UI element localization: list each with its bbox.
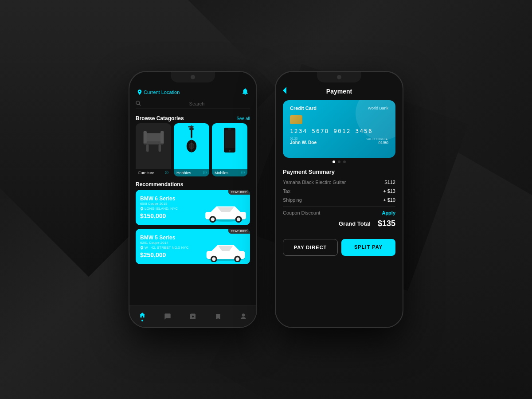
ps-coupon-row: Coupon Discount Apply — [283, 210, 395, 215]
rec-name-2: BMW 5 Series — [140, 235, 246, 241]
furniture-label: Furniture ⓘ — [136, 169, 171, 176]
category-mobiles[interactable]: Mobiles ⓘ — [212, 123, 247, 176]
back-button[interactable] — [283, 87, 287, 96]
rec-location-2: W - 42, STREET NO.5 NYC — [140, 246, 246, 250]
mobiles-label: Mobiles ⓘ — [212, 169, 247, 176]
nav-profile[interactable] — [240, 313, 247, 320]
rec-info-2: BMW 5 Series 6201 Coupe 2014 W - 42, STR… — [140, 235, 246, 258]
furniture-image — [136, 123, 171, 159]
ps-divider — [283, 206, 395, 207]
cc-expiry-block: 01.23 John W. Doe — [290, 137, 317, 145]
rec-location-text-2: W - 42, STREET NO.5 NYC — [145, 246, 188, 250]
valid-thru-label: VALID THRU ► — [366, 137, 388, 141]
mobile-phone-icon — [223, 128, 236, 154]
rec-location-text-1: LONG ISLAND, NYC — [145, 207, 178, 211]
category-furniture[interactable]: Furniture ⓘ — [136, 123, 171, 176]
recommendation-card-1[interactable]: FEATURED BMW 6 Series 650I Coupe 2015 LO… — [136, 190, 250, 225]
valid-thru-value: 01/80 — [366, 141, 388, 145]
cc-footer: 01.23 John W. Doe VALID THRU ► 01/80 — [290, 137, 388, 145]
phones-container: Current Location Search — [129, 71, 403, 328]
rec-price-2: $250,000 — [140, 251, 246, 258]
ps-item-guitar: Yamaha Black Electirc Guitar $112 — [283, 180, 395, 185]
svg-rect-12 — [189, 128, 193, 130]
svg-point-16 — [192, 126, 194, 128]
nav-camera[interactable] — [189, 313, 196, 320]
grand-total-label: Grand Total — [339, 220, 371, 227]
bell-icon[interactable] — [242, 88, 248, 96]
ps-item-shipping: Shipping + $10 — [283, 197, 395, 203]
featured-badge-1: FEATURED — [228, 190, 250, 195]
dot-2 — [338, 160, 340, 163]
credit-card: Credit Card World Bank 1234 5678 9012 34… — [283, 100, 395, 158]
see-all-link[interactable]: See all — [236, 116, 250, 121]
cc-expiry-label: 01.23 — [290, 137, 317, 140]
card-indicator-dots — [276, 160, 403, 163]
categories-row: Furniture ⓘ — [129, 123, 256, 176]
featured-badge-2: FEATURED — [228, 229, 250, 234]
ps-shipping-label: Shipping — [283, 197, 302, 203]
svg-rect-5 — [158, 144, 161, 152]
svg-rect-4 — [146, 144, 149, 152]
coupon-apply-button[interactable]: Apply — [382, 210, 395, 215]
svg-line-1 — [139, 104, 141, 106]
browse-categories-header: Browse Catagories See all — [129, 112, 256, 123]
rec-sub-1: 650I Coupe 2015 — [140, 202, 246, 206]
phone-1-screen: Current Location Search — [129, 72, 256, 327]
svg-rect-7 — [160, 131, 164, 143]
cc-valid-block: VALID THRU ► 01/80 — [366, 137, 388, 145]
rec-location-1: LONG ISLAND, NYC — [140, 207, 246, 211]
mobiles-image — [212, 123, 247, 159]
rec-name-1: BMW 6 Series — [140, 196, 246, 202]
recommendations-header: Recommendations — [129, 176, 256, 190]
hobbies-image — [174, 123, 209, 159]
cc-header: Credit Card World Bank — [290, 106, 388, 111]
phone-1: Current Location Search — [129, 71, 257, 328]
search-placeholder: Search — [144, 101, 250, 106]
cc-cardholder-name: John W. Doe — [290, 140, 317, 145]
phone-2-screen: Payment Credit Card World Bank 1234 5678… — [276, 72, 403, 327]
nav-home-dot — [141, 320, 143, 321]
payment-title: Payment — [326, 88, 352, 95]
payment-summary-title: Payment Summary — [283, 168, 395, 175]
bottom-nav — [129, 305, 256, 327]
rec-sub-2: 6201 Coupe 2014 — [140, 241, 246, 245]
ps-guitar-value: $112 — [385, 180, 395, 185]
payment-header: Payment — [276, 84, 403, 98]
cc-chip — [290, 115, 302, 124]
svg-point-20 — [229, 150, 231, 152]
grand-total-row: Grand Total $135 — [283, 219, 395, 228]
split-pay-button[interactable]: SPLIT PAY — [341, 239, 395, 256]
dot-3 — [343, 160, 346, 163]
nav-chat[interactable] — [164, 313, 171, 320]
svg-rect-19 — [228, 129, 231, 129]
dot-1 — [332, 160, 335, 163]
ps-item-tax: Tax + $13 — [283, 188, 395, 194]
nav-bookmark[interactable] — [215, 313, 222, 320]
ps-tax-value: + $13 — [383, 188, 395, 194]
svg-rect-18 — [225, 130, 235, 148]
chair-icon — [141, 127, 166, 156]
phone-2: Payment Credit Card World Bank 1234 5678… — [275, 71, 403, 328]
cc-type: Credit Card — [290, 106, 317, 111]
payment-summary: Payment Summary Yamaha Black Electirc Gu… — [276, 166, 403, 236]
ps-guitar-label: Yamaha Black Electirc Guitar — [283, 180, 346, 185]
recommendations-title: Recommendations — [136, 181, 183, 188]
hobbies-label: Hobbies ⓘ — [174, 169, 209, 176]
rec-info-1: BMW 6 Series 650I Coupe 2015 LONG ISLAND… — [140, 196, 246, 219]
browse-title: Browse Catagories — [136, 115, 184, 121]
rec-price-1: $150,000 — [140, 212, 246, 219]
location-text: Current Location — [144, 90, 180, 95]
recommendation-card-2[interactable]: FEATURED BMW 5 Series 6201 Coupe 2014 W … — [136, 229, 250, 264]
grand-total-value: $135 — [378, 219, 395, 228]
location-pin-icon — [137, 90, 142, 95]
guitar-icon — [183, 125, 200, 156]
pay-direct-button[interactable]: PAY DIRECT — [283, 239, 338, 256]
nav-home[interactable] — [139, 312, 146, 321]
search-bar[interactable]: Search — [136, 101, 250, 109]
svg-point-0 — [136, 101, 140, 105]
location-bar: Current Location — [137, 90, 180, 95]
svg-rect-6 — [143, 131, 146, 143]
cc-number: 1234 5678 9012 3456 — [290, 128, 388, 134]
category-hobbies[interactable]: Hobbies ⓘ — [174, 123, 209, 176]
pay-buttons-container: PAY DIRECT SPLIT PAY — [276, 236, 403, 261]
